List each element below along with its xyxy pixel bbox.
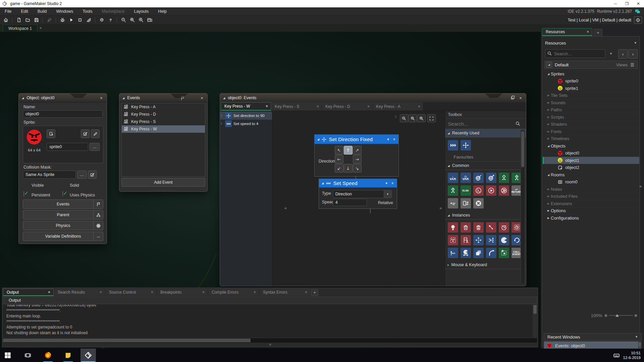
close-button[interactable]: ✕	[633, 0, 644, 7]
task-view-button[interactable]	[20, 349, 36, 362]
touch-keyboard-icon[interactable]	[613, 352, 620, 359]
expand-icon[interactable]: ▶	[546, 101, 551, 104]
set-speed-icon[interactable]	[448, 140, 458, 150]
action-item[interactable]: ≡≡ Set direction to 90	[220, 112, 272, 120]
block-set-direction-fixed[interactable]: ◢ Set Direction Fixed ▼ × Direction ↖↑↗←…	[314, 134, 399, 177]
global-write-icon[interactable]	[486, 173, 496, 183]
menu-marketplace[interactable]: Marketplace	[97, 9, 129, 14]
tab-workspace-1[interactable]: Workspace 1	[3, 24, 38, 33]
create-instance-icon[interactable]	[448, 222, 458, 233]
toolbox-section-common[interactable]: ◢Common	[445, 162, 526, 170]
chevron-down-icon[interactable]: ▼	[385, 182, 388, 185]
tree-item-sprite0[interactable]: sprite0	[543, 77, 639, 85]
relative-checkbox[interactable]	[370, 208, 371, 214]
close-icon[interactable]: ×	[391, 181, 394, 186]
menu-file[interactable]: File	[0, 9, 16, 14]
tab-key-press-w[interactable]: Key Press - W×	[221, 102, 271, 111]
if-variable-icon[interactable]	[512, 173, 522, 183]
tree-item-object0[interactable]: object0	[543, 149, 639, 157]
tree-item-configurations[interactable]: ▶ Configurations	[543, 214, 639, 222]
expand-icon[interactable]: ▶	[546, 137, 551, 140]
change-instance-icon[interactable]	[486, 222, 496, 233]
expand-icon[interactable]: ▶	[546, 195, 551, 198]
expand-icon[interactable]: ▶	[546, 108, 551, 111]
select-instance-icon[interactable]	[499, 248, 509, 258]
tree-item-rooms[interactable]: ◢ Rooms	[543, 171, 639, 178]
clean-button[interactable]	[85, 16, 93, 24]
comment-icon[interactable]	[448, 198, 458, 208]
sticky-notes-button[interactable]	[60, 349, 76, 362]
help-button[interactable]: ?	[106, 16, 114, 24]
maximize-button[interactable]: ❒	[621, 0, 633, 7]
expand-icon[interactable]: ▶	[546, 116, 551, 119]
set-alarm-icon[interactable]	[499, 222, 509, 233]
close-icon[interactable]: ×	[393, 137, 395, 142]
toolbox-section-mouse-keyboard[interactable]: ▸Mouse & Keyboard	[445, 261, 526, 269]
add-output-tab-button[interactable]: +	[311, 289, 318, 296]
collapse-icon[interactable]: ◢	[546, 72, 551, 75]
destroy-at-position-icon[interactable]	[473, 222, 484, 233]
variable-definitions-button[interactable]: Variable Definitions …	[23, 232, 103, 241]
close-icon[interactable]: ×	[100, 290, 102, 295]
zoom-out-button[interactable]	[119, 16, 127, 24]
tree-item-options[interactable]: ▶ Options	[543, 207, 639, 215]
global-read-icon[interactable]	[473, 173, 484, 183]
toolbox-scrollbar[interactable]	[521, 130, 525, 284]
execute-script-icon[interactable]	[486, 185, 496, 196]
tree-item-paths[interactable]: ▶ Paths	[543, 106, 639, 114]
assign-variable-icon[interactable]: ↓VAR	[448, 173, 458, 183]
tree-item-objects[interactable]: ◢ Objects	[543, 142, 639, 149]
close-icon[interactable]: ×	[587, 29, 589, 34]
tab-key-press-d[interactable]: Key Press - D×	[322, 102, 372, 111]
destroy-instance-icon[interactable]	[461, 222, 471, 233]
layers-icon[interactable]	[473, 248, 484, 258]
zoom-in-button[interactable]	[137, 16, 145, 24]
new-sprite-button[interactable]	[47, 129, 55, 138]
expand-icon[interactable]: ▶	[546, 188, 551, 191]
collision-mask-menu-button[interactable]: …	[77, 171, 87, 179]
speed-value-field[interactable]	[333, 199, 367, 206]
taskbar-clock[interactable]: 10:51 12-6-2019	[623, 351, 641, 360]
toolbox-section-recently-used[interactable]: ◢Recently Used	[445, 129, 526, 137]
event-item[interactable]: Key Press - A	[122, 103, 205, 111]
block-header[interactable]: ◢ Set Direction Fixed ▼ ×	[315, 135, 398, 144]
views-menu-icon[interactable]: ☰	[630, 62, 635, 67]
direction-left-button[interactable]: ←	[335, 155, 343, 164]
close-icon[interactable]: ×	[517, 95, 524, 101]
build-config[interactable]: Test | Local | VM | Default | default	[568, 18, 631, 22]
nav-back-button[interactable]: ‹	[618, 49, 628, 59]
direction-up-left-button[interactable]: ↖	[335, 146, 343, 155]
add-event-button[interactable]: Add Event	[121, 178, 205, 187]
direction-up-right-button[interactable]: ↗	[353, 146, 362, 155]
edit-sprite-button[interactable]	[91, 129, 100, 138]
close-icon[interactable]: ×	[151, 290, 153, 295]
close-icon[interactable]: ×	[199, 95, 205, 101]
physics-button[interactable]: Physics	[23, 221, 103, 230]
dnd-canvas[interactable]: ≡≡ ◢ Set Direction Fixed ▼ ×	[272, 111, 445, 286]
collision-mask-field[interactable]: Same As Sprite	[23, 171, 76, 179]
maximize-icon[interactable]	[511, 95, 515, 101]
collapse-all-icon[interactable]: ◢	[546, 62, 552, 68]
rotate-icon[interactable]	[512, 235, 522, 245]
firefox-button[interactable]	[40, 349, 56, 362]
new-project-button[interactable]	[15, 16, 23, 24]
sprite-preview[interactable]	[26, 129, 43, 145]
menu-build[interactable]: Build	[33, 9, 52, 14]
collapse-icon[interactable]: ◢	[546, 144, 551, 147]
layout-windows-button[interactable]	[146, 16, 154, 24]
close-icon[interactable]: ×	[48, 290, 50, 295]
move-fixed-icon[interactable]	[473, 235, 484, 245]
add-workspace-button[interactable]: +	[38, 25, 44, 31]
resize-handle[interactable]: ····················	[150, 188, 176, 192]
tree-item-extensions[interactable]: ▶ Extensions	[543, 200, 639, 207]
move-free-icon[interactable]	[486, 235, 496, 245]
chevron-down-icon[interactable]: ▼	[387, 138, 390, 141]
menu-tools[interactable]: Tools	[78, 9, 97, 14]
collapse-icon[interactable]: ◢	[317, 138, 319, 141]
expand-icon[interactable]: ▶	[546, 217, 551, 220]
get-alarm-icon[interactable]	[512, 222, 522, 233]
open-project-button[interactable]	[23, 16, 32, 24]
stop-button[interactable]	[76, 16, 84, 24]
execute-code-icon[interactable]	[473, 185, 484, 196]
expand-icon[interactable]: ▶	[546, 202, 551, 205]
